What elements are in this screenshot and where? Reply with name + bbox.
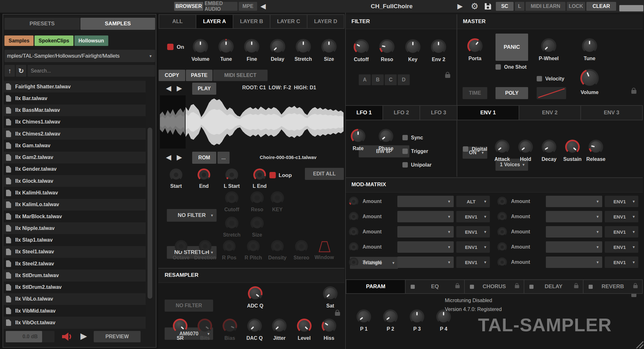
file-list[interactable]: Fairlight Shatter.talwav IIx Bar.talwav … [4,81,146,329]
knob-p-2[interactable]: P 2 [381,309,400,332]
preview-volume-slider[interactable]: 0.0 dB [6,331,54,342]
list-item[interactable]: IIx Bar.talwav [4,92,146,104]
mod-amount-knob[interactable] [497,197,507,206]
one-shot-checkbox[interactable] [496,64,501,70]
browser-button[interactable]: BROWSER [174,2,203,11]
velocity-checkbox[interactable] [537,76,542,81]
path-dropdown[interactable]: mples/TAL-Sampler/Hollowsun/Fairlight/Ma… [4,50,155,62]
knob-rate[interactable]: Rate [347,129,369,151]
mod-amount-knob[interactable] [349,212,358,221]
save-icon[interactable] [484,3,492,10]
fx-enable-checkbox[interactable] [589,285,593,289]
mod-source-dropdown[interactable]: ENV1 [456,241,490,253]
sync-checkbox[interactable] [402,135,408,140]
browse-sample-button[interactable]: ... [218,152,230,164]
layer-on-checkbox[interactable] [167,44,174,50]
mod-amount-knob[interactable] [349,227,358,237]
fx-enable-checkbox[interactable] [411,285,415,289]
env-tab[interactable]: ENV 2 [519,106,581,120]
knob-sr[interactable]: SR [171,319,190,341]
sample-filter-dropdown[interactable]: NO FILTER [167,209,217,222]
list-item[interactable]: IIx BassMar.talwav [4,105,146,116]
mod-source-dropdown[interactable]: ENV1 [605,241,638,253]
filter-layer-button[interactable]: A [359,74,371,85]
prev-sample-icon[interactable] [166,154,171,161]
mod-destination-dropdown[interactable] [546,257,602,268]
fx-tab[interactable]: CHORUS [465,280,524,293]
tab-presets[interactable]: PRESETS [4,18,80,30]
file-list-scrollbar[interactable] [148,128,152,299]
mod-source-dropdown[interactable]: ENV1 [456,257,490,268]
knob-sat[interactable]: Sat [320,286,340,309]
lfo-tab[interactable]: LFO 3 [420,106,457,120]
knob-sustain[interactable]: Sustain [562,140,583,162]
list-item[interactable]: Fairlight Shatter.talwav [4,81,146,92]
list-item[interactable]: IIx VibMid.talwav [4,305,146,317]
prev-sample-zone-icon[interactable] [166,85,171,92]
knob-attack[interactable]: Attack [492,140,513,162]
list-item[interactable]: IIx VibLo.talwav [4,293,146,305]
lock-button[interactable]: LOCK [567,2,585,11]
waveform[interactable] [160,95,344,149]
knob-stretch[interactable]: Stretch [292,39,315,62]
settings-gear-icon[interactable] [469,2,480,11]
list-item[interactable]: IIx Gender.talwav [4,163,146,175]
mpe-button[interactable]: MPE [239,2,257,11]
knob-phase[interactable]: Phase [375,129,397,151]
mod-amount-knob[interactable] [497,227,507,237]
knob-env-2[interactable]: Env 2 [428,39,449,62]
lfo-tab[interactable]: LFO 2 [383,106,420,120]
copy-button[interactable]: COPY [159,70,185,81]
knob-porta[interactable]: Porta [462,38,488,61]
preview-button[interactable]: PREVIEW [94,331,141,342]
mod-amount-knob[interactable] [497,257,507,267]
refresh-button[interactable] [16,65,26,77]
panic-button[interactable]: PANIC [496,34,528,61]
l-button[interactable]: L [515,2,524,11]
filter-layer-button[interactable]: C [385,74,397,85]
digital-checkbox[interactable] [463,146,468,152]
knob-decay[interactable]: Decay [539,140,559,162]
knob-dac-q[interactable]: DAC Q [245,319,264,341]
mod-amount-knob[interactable] [349,257,358,267]
list-item[interactable]: IIx StlDrum.talwav [4,270,146,281]
speaker-icon[interactable] [61,332,73,341]
unipolar-checkbox[interactable] [402,162,408,168]
list-item[interactable]: IIx Nipple.talwav [4,222,146,234]
knob-tune[interactable]: Tune [214,39,238,62]
list-item[interactable]: IIx KalimHi.talwav [4,187,146,199]
mod-destination-dropdown[interactable] [397,196,454,207]
mod-source-dropdown[interactable]: ENV1 [456,226,490,238]
preview-play-icon[interactable] [80,332,87,340]
mod-destination-dropdown[interactable] [546,196,602,207]
folder-up-button[interactable] [4,65,15,77]
mod-destination-dropdown[interactable] [397,241,454,253]
tag[interactable]: Hollowsun [74,35,108,46]
mod-amount-knob[interactable] [497,212,507,221]
knob-l-end[interactable]: L End [249,168,270,189]
mod-amount-knob[interactable] [349,197,358,206]
list-item[interactable]: IIx Chimes2.talwav [4,128,146,140]
rom-button[interactable]: ROM [192,152,216,164]
resampler-filter-button[interactable]: NO FILTER [165,300,213,312]
list-item[interactable]: IIx Gam2.talwav [4,152,146,163]
mod-amount-knob[interactable] [497,242,507,252]
knob-volume[interactable]: Volume [577,69,602,95]
fx-tab[interactable]: REVERB [584,280,642,293]
fx-tab[interactable]: PARAM [346,280,406,293]
mod-source-dropdown[interactable]: ENV1 [605,226,638,238]
list-item[interactable]: IIx KalimLo.talwav [4,199,146,211]
midi-learn-button[interactable]: MIDI LEARN [526,2,565,11]
knob-delay[interactable]: Delay [266,39,289,62]
knob-fine[interactable]: Fine [240,39,263,62]
knob-cutoff[interactable]: Cutoff [351,39,372,62]
knob-l-start[interactable]: L Start [221,168,242,189]
mod-source-dropdown[interactable]: ENV1 [605,257,638,268]
env-tab[interactable]: ENV 3 [581,106,642,120]
mod-amount-knob[interactable] [349,242,358,252]
next-sample-icon[interactable] [177,154,182,161]
list-item[interactable]: IIx Glock.talwav [4,175,146,187]
fx-tab[interactable]: EQ [406,280,465,293]
mod-destination-dropdown[interactable] [397,211,454,222]
knob-level[interactable]: Level [295,319,314,341]
